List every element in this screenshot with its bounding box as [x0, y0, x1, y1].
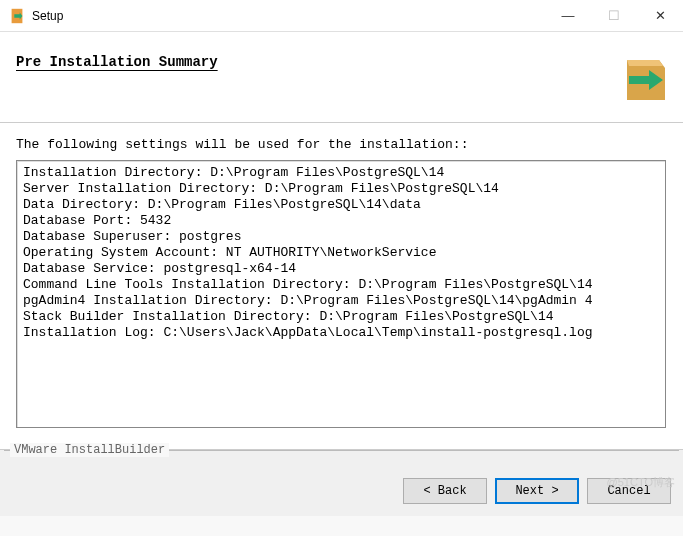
watermark: @51CTO博客: [607, 475, 675, 490]
titlebar: Setup — ☐ ✕: [0, 0, 683, 32]
intro-text: The following settings will be used for …: [16, 137, 667, 152]
footer: VMware InstallBuilder < Back Next > Canc…: [0, 450, 683, 516]
app-icon: [8, 7, 26, 25]
window-title: Setup: [32, 9, 63, 23]
svg-marker-3: [627, 60, 663, 66]
summary-textarea[interactable]: Installation Directory: D:\Program Files…: [16, 160, 666, 428]
maximize-button: ☐: [591, 0, 637, 31]
page-title: Pre Installation Summary: [16, 54, 667, 70]
close-button[interactable]: ✕: [637, 0, 683, 31]
minimize-button[interactable]: —: [545, 0, 591, 31]
content: The following settings will be used for …: [0, 122, 683, 450]
back-button[interactable]: < Back: [403, 478, 487, 504]
window-controls: — ☐ ✕: [545, 0, 683, 31]
package-icon: [615, 50, 671, 110]
next-button[interactable]: Next >: [495, 478, 579, 504]
builder-label: VMware InstallBuilder: [10, 443, 169, 457]
header: Pre Installation Summary: [0, 32, 683, 122]
